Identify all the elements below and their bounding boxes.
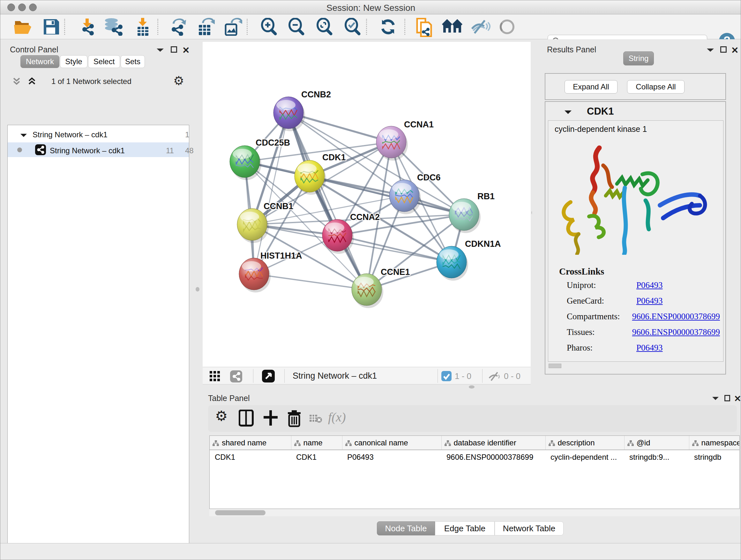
network-node-CCNB2[interactable]: CCNB2 [273, 90, 331, 131]
tab-network[interactable]: Network [20, 55, 59, 68]
zoom-out-icon[interactable] [287, 18, 306, 36]
selected-checkbox-icon[interactable] [441, 371, 452, 381]
table-cell[interactable]: 9606.ENSP00000378699 [441, 450, 545, 464]
close-panel-icon[interactable]: ✕ [734, 394, 741, 404]
add-column-icon[interactable] [263, 410, 281, 428]
close-panel-icon[interactable]: ✕ [182, 45, 190, 56]
float-panel-icon[interactable] [724, 395, 730, 401]
first-neighbors-icon[interactable] [442, 18, 461, 36]
network-row-selected[interactable]: String Network – cdk1 11 48 [8, 142, 189, 157]
open-session-icon[interactable] [13, 18, 32, 36]
table-cell[interactable]: CDK1 [291, 450, 342, 464]
network-node-HIST1H1A[interactable]: HIST1H1A [239, 251, 302, 293]
expand-all-button[interactable]: Expand All [564, 80, 617, 94]
network-node-CCNA1[interactable]: CCNA1 [376, 120, 434, 161]
crosslink-value-link[interactable]: 9606.ENSP00000378699 [632, 312, 720, 321]
export-table-icon[interactable] [194, 18, 213, 36]
network-edge[interactable] [254, 113, 288, 274]
hide-selected-icon[interactable] [470, 18, 489, 36]
crosslinks-list: Uniprot:P06493GeneCard:P06493Compartment… [567, 280, 720, 359]
network-node-CCNE1[interactable]: CCNE1 [352, 267, 410, 308]
column-header-shared-name[interactable]: shared name [210, 436, 291, 450]
collapse-all-networks-icon[interactable] [12, 76, 21, 87]
table-settings-gear-icon[interactable]: ⚙ [215, 408, 233, 426]
expand-all-networks-icon[interactable] [27, 76, 37, 87]
crosslink-label: Tissues: [567, 327, 632, 337]
panel-dropdown-icon[interactable] [156, 48, 164, 54]
crosslink-value-link[interactable]: P06493 [636, 296, 663, 306]
crosslink-value-link[interactable]: P06493 [636, 280, 663, 290]
detach-view-icon[interactable] [262, 370, 275, 382]
delete-column-icon[interactable] [287, 410, 305, 428]
export-image-icon[interactable] [222, 18, 241, 36]
tab-style[interactable]: Style [60, 55, 87, 68]
zoom-in-icon[interactable] [259, 18, 279, 36]
tab-node-table[interactable]: Node Table [377, 521, 435, 536]
cytoscape-window: Session: New Session [0, 0, 741, 560]
crosslink-value-link[interactable]: 9606.ENSP00000378699 [632, 327, 720, 337]
network-canvas[interactable]: CCNB2CCNA1CDC25BCDK1CDC6RB1CCNB1CCNA2CDK… [203, 42, 531, 367]
column-header-namespace[interactable]: namespace [689, 436, 740, 450]
table-hscrollbar[interactable] [209, 509, 740, 516]
network-node-CDC6[interactable]: CDC6 [389, 173, 441, 214]
tab-sets[interactable]: Sets [121, 55, 145, 68]
table-cell[interactable]: cyclin-dependent ... [545, 450, 624, 464]
table-row[interactable]: CDK1CDK1P064939606.ENSP00000378699cyclin… [210, 450, 740, 464]
column-header-name[interactable]: name [291, 436, 342, 450]
node-label: CCNB2 [301, 90, 331, 99]
main-toolbar: ? [0, 14, 741, 39]
tab-network-table[interactable]: Network Table [495, 521, 563, 536]
panel-dropdown-icon[interactable] [712, 396, 719, 402]
float-panel-icon[interactable] [720, 46, 727, 53]
grid-view-icon[interactable] [210, 371, 220, 382]
import-network-file-icon[interactable] [77, 18, 97, 36]
node-label: CDC25B [256, 138, 290, 147]
zoom-selected-icon[interactable] [343, 18, 362, 36]
network-options-gear-icon[interactable]: ⚙ [173, 74, 184, 88]
tab-edge-table[interactable]: Edge Table [435, 521, 495, 536]
column-header-description[interactable]: description [545, 436, 624, 450]
gene-details-box: cyclin-dependent kinase 1 [548, 120, 724, 362]
network-list: String Network – cdk1 1 String Network –… [7, 125, 189, 560]
network-collection-row[interactable]: String Network – cdk1 1 [8, 128, 189, 142]
column-header--id[interactable]: @id [624, 436, 689, 450]
import-network-database-icon[interactable] [103, 18, 122, 36]
collapse-all-button[interactable]: Collapse All [627, 80, 684, 94]
network-node-CCNB1[interactable]: CCNB1 [237, 201, 293, 243]
copy-network-icon[interactable] [414, 18, 433, 36]
network-node-RB1[interactable]: RB1 [449, 192, 495, 233]
crosslink-row: Tissues:9606.ENSP00000378699 [567, 327, 720, 337]
tab-string[interactable]: String [623, 51, 654, 65]
show-columns-icon[interactable] [239, 410, 257, 428]
panel-dropdown-icon[interactable] [706, 48, 715, 54]
table-hscroll-thumb[interactable] [215, 510, 266, 515]
left-splitter-handle[interactable] [196, 287, 199, 292]
collection-expand-icon[interactable] [20, 133, 27, 138]
table-cell[interactable]: CDK1 [210, 450, 291, 464]
zoom-fit-icon[interactable] [315, 18, 334, 36]
save-session-icon[interactable] [41, 18, 60, 36]
table-cell[interactable]: stringdb [689, 450, 740, 464]
show-all-icon[interactable] [497, 18, 517, 36]
network-view-icon[interactable] [230, 370, 242, 382]
tab-select[interactable]: Select [88, 55, 120, 68]
results-hscroll-thumb[interactable] [549, 364, 561, 368]
import-table-icon[interactable] [133, 18, 152, 36]
toolbar-separator [253, 369, 253, 383]
crosslink-label: GeneCard: [567, 296, 636, 306]
crosslink-value-link[interactable]: P06493 [636, 343, 663, 353]
float-panel-icon[interactable] [171, 46, 177, 53]
close-panel-icon[interactable]: ✕ [731, 45, 738, 56]
refresh-icon[interactable] [379, 18, 398, 36]
column-header-database-identifier[interactable]: database identifier [441, 436, 545, 450]
horizontal-splitter-handle[interactable] [469, 385, 475, 388]
network-node-CDKN1A[interactable]: CDKN1A [436, 239, 501, 281]
table-cell[interactable]: P06493 [342, 450, 441, 464]
section-collapse-icon[interactable] [564, 110, 572, 115]
table-cell[interactable]: stringdb:9... [624, 450, 689, 464]
export-network-icon[interactable] [167, 18, 187, 36]
network-edge[interactable] [288, 113, 367, 290]
network-edge[interactable] [254, 274, 367, 290]
crosslink-label: Compartments: [567, 312, 632, 321]
column-header-canonical-name[interactable]: canonical name [342, 436, 441, 450]
